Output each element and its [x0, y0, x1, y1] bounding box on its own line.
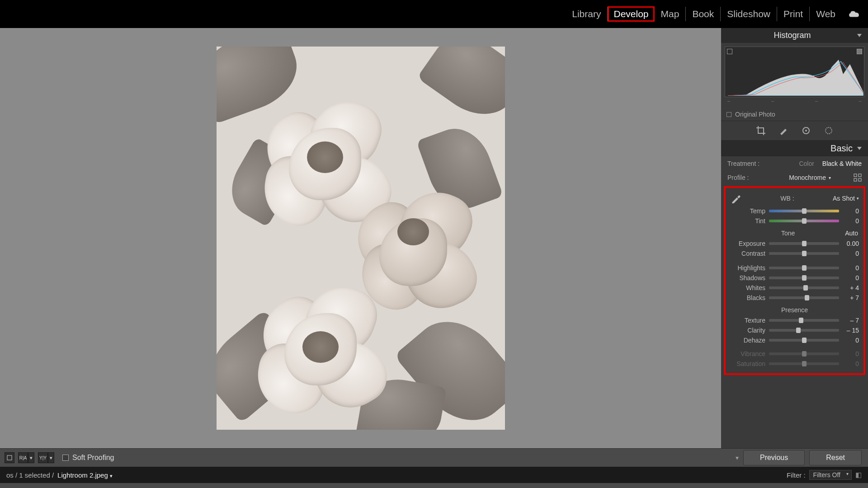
tone-section-header: ToneAuto	[729, 226, 860, 239]
profile-dropdown[interactable]: Monochrome▾	[789, 174, 831, 181]
develop-toolbar: R|A ▾ Y|Y ▾ Soft Proofing ▾ Previous Res…	[0, 449, 868, 467]
slider-contrast[interactable]: Contrast0	[729, 249, 860, 258]
treatment-bw[interactable]: Black & White	[822, 160, 862, 167]
basic-adjustments-highlighted: WB : As Shot▾ Temp 0 Tint 0 ToneAuto Exp…	[724, 186, 865, 375]
chevron-down-icon	[857, 147, 862, 150]
profile-label: Profile :	[727, 174, 749, 181]
basic-panel-header[interactable]: Basic	[721, 141, 868, 156]
chevron-down-icon	[857, 34, 862, 37]
status-bar: os / 1 selected / Lightroom 2.jpeg ▾ Fil…	[0, 467, 868, 483]
slider-whites[interactable]: Whites+ 4	[729, 283, 860, 293]
wb-dropdown[interactable]: As Shot▾	[833, 195, 859, 202]
cloud-sync-icon[interactable]	[848, 10, 860, 18]
module-book[interactable]: Book	[686, 7, 721, 21]
histogram-title: Histogram	[774, 31, 811, 40]
previous-button[interactable]: Previous	[743, 450, 805, 465]
soft-proofing-toggle[interactable]: Soft Proofing	[62, 454, 114, 462]
before-after-dropdown[interactable]: ▾	[28, 452, 34, 463]
module-library[interactable]: Library	[566, 7, 608, 21]
mask-tool-icon[interactable]	[801, 126, 811, 136]
radial-tool-icon[interactable]	[824, 126, 834, 136]
develop-right-panel: Histogram –––– Original Photo	[721, 28, 868, 448]
before-after-tb-button[interactable]: Y|Y	[38, 452, 48, 463]
wb-eyedropper-icon[interactable]	[730, 192, 742, 204]
slider-highlights[interactable]: Highlights0	[729, 263, 860, 273]
reset-button[interactable]: Reset	[809, 450, 862, 465]
histogram-graph[interactable]	[725, 47, 864, 97]
svg-point-2	[826, 127, 832, 134]
original-photo-label: Original Photo	[735, 111, 775, 118]
bottom-bar: R|A ▾ Y|Y ▾ Soft Proofing ▾ Previous Res…	[0, 448, 868, 488]
slider-texture[interactable]: Texture– 7	[729, 315, 860, 325]
module-picker: Library Develop Map Book Slideshow Print…	[0, 0, 868, 28]
treatment-label: Treatment :	[727, 160, 760, 167]
histogram-marks: ––––	[725, 97, 864, 104]
profile-row: Profile : Monochrome▾	[721, 171, 868, 184]
slider-exposure[interactable]: Exposure0.00	[729, 239, 860, 249]
healing-tool-icon[interactable]	[778, 126, 788, 136]
svg-rect-5	[854, 178, 857, 181]
slider-clarity[interactable]: Clarity– 15	[729, 325, 860, 335]
wb-label: WB :	[780, 195, 794, 202]
module-develop[interactable]: Develop	[608, 6, 654, 22]
slider-shadows[interactable]: Shadows0	[729, 273, 860, 283]
workspace: Histogram –––– Original Photo	[0, 28, 868, 448]
histogram-panel: ––––	[721, 43, 868, 108]
svg-rect-4	[859, 174, 861, 177]
before-after-tb-dropdown[interactable]: ▾	[48, 452, 54, 463]
crop-tool-icon[interactable]	[756, 126, 766, 136]
photo-preview[interactable]	[217, 47, 505, 430]
checkbox-icon	[62, 455, 69, 461]
svg-point-1	[805, 130, 807, 131]
loupe-view-button[interactable]	[5, 452, 14, 463]
module-map[interactable]: Map	[655, 7, 686, 21]
treatment-color[interactable]: Color	[799, 160, 814, 167]
module-print[interactable]: Print	[777, 7, 810, 21]
slider-saturation: Saturation0	[729, 359, 860, 369]
slider-temp[interactable]: Temp 0	[729, 206, 860, 216]
selection-count: os / 1 selected /	[6, 471, 54, 479]
square-icon	[726, 112, 731, 117]
clipping-indicator-shadows[interactable]	[727, 49, 732, 54]
slider-tint[interactable]: Tint 0	[729, 216, 860, 226]
auto-tone-button[interactable]: Auto	[845, 230, 858, 237]
profile-browser-icon[interactable]	[854, 174, 862, 182]
presence-section-header: Presence	[729, 303, 860, 315]
filter-label: Filter :	[787, 471, 806, 479]
module-slideshow[interactable]: Slideshow	[721, 7, 777, 21]
current-filename[interactable]: Lightroom 2.jpeg ▾	[57, 471, 113, 479]
slider-blacks[interactable]: Blacks+ 7	[729, 293, 860, 303]
svg-rect-7	[7, 455, 12, 460]
wb-row: WB : As Shot▾	[729, 191, 860, 206]
filter-lock-icon[interactable]: ◧	[855, 471, 862, 479]
treatment-row: Treatment : Color Black & White	[721, 156, 868, 171]
original-photo-row[interactable]: Original Photo	[721, 108, 868, 121]
basic-title: Basic	[830, 143, 853, 154]
local-tools-row	[721, 121, 868, 141]
canvas-area[interactable]	[0, 28, 721, 448]
filter-dropdown[interactable]: Filters Off▾	[809, 470, 852, 480]
slider-vibrance: Vibrance0	[729, 349, 860, 359]
slider-dehaze[interactable]: Dehaze0	[729, 335, 860, 345]
toolbar-collapse-icon[interactable]: ▾	[736, 454, 739, 461]
before-after-lr-button[interactable]: R|A	[18, 452, 28, 463]
svg-rect-3	[854, 174, 857, 177]
histogram-curve	[728, 56, 863, 96]
clipping-indicator-highlights[interactable]	[857, 49, 862, 54]
module-web[interactable]: Web	[810, 7, 842, 21]
histogram-header[interactable]: Histogram	[721, 28, 868, 43]
svg-rect-6	[859, 178, 861, 181]
